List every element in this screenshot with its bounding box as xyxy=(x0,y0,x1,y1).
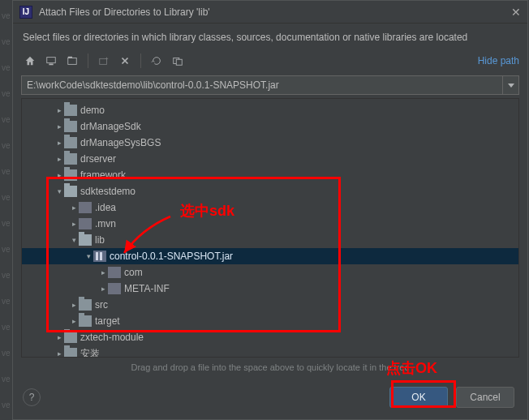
folder-icon xyxy=(79,299,92,311)
svg-rect-6 xyxy=(176,59,182,65)
tree-row[interactable]: ▸drManageSdk xyxy=(22,118,518,135)
tree-item-label: .idea xyxy=(95,202,116,213)
tree-row[interactable]: ▸framework xyxy=(22,167,518,183)
chevron-down-icon[interactable]: ▾ xyxy=(69,236,79,244)
file-tree[interactable]: ▸demo▸drManageSdk▸drManageSysBGS▸drserve… xyxy=(21,98,519,358)
tree-row[interactable]: ▸drserver xyxy=(22,151,518,167)
tree-item-label: drserver xyxy=(80,153,116,165)
folder-icon xyxy=(64,137,77,148)
tree-item-label: drManageSdk xyxy=(80,121,141,132)
tree-item-label: zxtech-module xyxy=(80,332,144,343)
svg-rect-0 xyxy=(47,58,56,63)
folder-open-icon xyxy=(79,234,92,246)
tree-row[interactable]: ▸com xyxy=(22,264,518,281)
tree-row[interactable]: ▾control-0.0.1-SNAPSHOT.jar xyxy=(22,248,518,264)
chevron-right-icon[interactable]: ▸ xyxy=(54,155,64,163)
refresh-icon[interactable] xyxy=(148,52,166,70)
gutter-mark: ve xyxy=(2,323,11,332)
project-icon[interactable] xyxy=(63,52,81,70)
tree-row[interactable]: ▸zxtech-module xyxy=(22,329,518,345)
cancel-button[interactable]: Cancel xyxy=(456,387,514,408)
show-hidden-icon[interactable] xyxy=(169,52,187,70)
gutter-mark: ve xyxy=(2,63,11,72)
tree-row[interactable]: ▸META-INF xyxy=(22,281,518,297)
chevron-right-icon[interactable]: ▸ xyxy=(54,333,64,341)
drag-hint: Drag and drop a file into the space abov… xyxy=(13,358,527,380)
tree-item-label: lib xyxy=(95,234,105,246)
ok-button[interactable]: OK xyxy=(389,387,448,408)
close-icon[interactable]: ✕ xyxy=(511,6,521,19)
chevron-right-icon[interactable]: ▸ xyxy=(54,139,64,147)
tree-row[interactable]: ▸target xyxy=(22,313,518,329)
instruction-text: Select files or directories in which lib… xyxy=(13,24,527,49)
path-dropdown-icon[interactable] xyxy=(503,75,519,95)
toolbar-separator xyxy=(140,54,141,68)
chevron-right-icon[interactable]: ▸ xyxy=(69,204,79,212)
dialog-title: Attach Files or Directories to Library '… xyxy=(39,6,505,18)
folder-icon xyxy=(64,105,77,116)
svg-rect-1 xyxy=(49,64,53,66)
tree-item-label: sdktestdemo xyxy=(80,186,135,197)
chevron-right-icon[interactable]: ▸ xyxy=(69,301,79,309)
tree-row[interactable]: ▸.idea xyxy=(22,199,518,216)
tree-row[interactable]: ▸.mvn xyxy=(22,216,518,232)
gutter-mark: ve xyxy=(2,271,11,280)
tree-item-label: demo xyxy=(80,105,105,116)
tree-item-label: drManageSysBGS xyxy=(80,137,161,148)
folder-icon xyxy=(64,169,77,181)
gutter-mark: ve xyxy=(2,115,11,124)
chevron-right-icon[interactable]: ▸ xyxy=(54,106,64,114)
module-icon xyxy=(108,283,121,294)
gutter-mark: ve xyxy=(2,401,11,409)
gutter-mark: ve xyxy=(2,375,11,384)
desktop-icon[interactable] xyxy=(42,52,60,70)
editor-gutter: veveveveveveveveveveveveveveveve xyxy=(0,0,12,420)
folder-icon xyxy=(64,348,77,358)
path-row xyxy=(21,75,519,95)
home-icon[interactable] xyxy=(21,52,39,70)
tree-row[interactable]: ▸drManageSysBGS xyxy=(22,135,518,151)
module-icon xyxy=(79,218,92,229)
folder-icon xyxy=(64,153,77,165)
folder-icon xyxy=(64,332,77,343)
ok-button-label: OK xyxy=(411,392,425,403)
gutter-mark: ve xyxy=(2,141,11,150)
hide-path-link[interactable]: Hide path xyxy=(478,55,519,66)
svg-rect-4 xyxy=(100,58,107,64)
svg-rect-2 xyxy=(68,58,77,65)
tree-row[interactable]: ▸demo xyxy=(22,102,518,118)
cancel-button-label: Cancel xyxy=(470,392,500,403)
help-icon[interactable]: ? xyxy=(23,388,41,406)
chevron-right-icon[interactable]: ▸ xyxy=(69,220,79,228)
attach-files-dialog: IJ Attach Files or Directories to Librar… xyxy=(12,0,528,420)
gutter-mark: ve xyxy=(2,167,11,176)
delete-icon[interactable] xyxy=(116,52,134,70)
chevron-right-icon[interactable]: ▸ xyxy=(54,122,64,131)
folder-open-icon xyxy=(64,186,77,197)
tree-item-label: framework xyxy=(80,169,126,181)
chevron-down-icon[interactable]: ▾ xyxy=(84,252,93,260)
toolbar-separator xyxy=(88,54,88,68)
tree-row[interactable]: ▸src xyxy=(22,297,518,313)
new-folder-icon[interactable] xyxy=(95,52,113,70)
tree-item-label: META-INF xyxy=(124,283,170,294)
tree-item-label: control-0.0.1-SNAPSHOT.jar xyxy=(110,251,233,262)
chevron-right-icon[interactable]: ▸ xyxy=(98,285,108,293)
chevron-right-icon[interactable]: ▸ xyxy=(54,349,64,358)
tree-item-label: 安装 xyxy=(80,347,100,358)
chevron-right-icon[interactable]: ▸ xyxy=(98,268,108,276)
folder-icon xyxy=(64,121,77,132)
tree-row[interactable]: ▾lib xyxy=(22,232,518,248)
folder-icon xyxy=(79,315,92,327)
tree-row[interactable]: ▾sdktestdemo xyxy=(22,183,518,199)
gutter-mark: ve xyxy=(2,193,11,202)
chevron-right-icon[interactable]: ▸ xyxy=(54,171,64,179)
tree-item-label: src xyxy=(95,299,108,311)
gutter-mark: ve xyxy=(2,11,11,20)
chevron-right-icon[interactable]: ▸ xyxy=(69,317,79,325)
path-input[interactable] xyxy=(21,75,503,95)
tree-row[interactable]: ▸安装 xyxy=(22,345,518,358)
tree-item-label: target xyxy=(95,315,120,327)
gutter-mark: ve xyxy=(2,349,11,358)
chevron-down-icon[interactable]: ▾ xyxy=(54,187,64,195)
